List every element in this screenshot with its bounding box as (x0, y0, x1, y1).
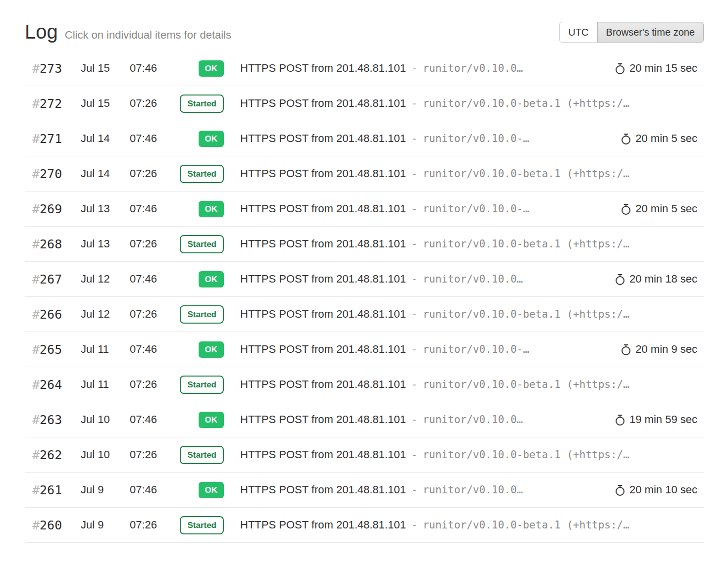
user-agent: runitor/v0.10.0… (423, 273, 523, 285)
status-badge-cell: OK (199, 271, 224, 287)
hash-prefix: # (32, 448, 40, 462)
separator-dash: - (412, 273, 417, 285)
ping-date: Jul 12 (81, 273, 130, 286)
ping-description: HTTPS POST from 201.48.81.101 - runitor/… (224, 413, 603, 426)
ping-description: HTTPS POST from 201.48.81.101 - runitor/… (224, 483, 603, 496)
ping-number: #271 (32, 132, 81, 146)
ping-number-value: 261 (40, 483, 62, 497)
ping-number-value: 268 (40, 237, 62, 251)
separator-dash: - (412, 308, 417, 320)
status-badge: Started (180, 165, 224, 183)
ping-source: HTTPS POST from 201.48.81.101 (240, 62, 406, 75)
log-row[interactable]: #260 Jul 9 07:26 Started HTTPS POST from… (25, 508, 704, 543)
separator-dash: - (412, 62, 417, 74)
hash-prefix: # (32, 413, 40, 427)
ping-description: HTTPS POST from 201.48.81.101 - runitor/… (224, 448, 704, 461)
status-badge: Started (180, 516, 224, 534)
ping-time: 07:26 (130, 167, 168, 180)
log-row[interactable]: #267 Jul 12 07:46 OK HTTPS POST from 201… (25, 262, 704, 297)
ping-time: 07:26 (130, 308, 168, 321)
log-row[interactable]: #272 Jul 15 07:26 Started HTTPS POST fro… (25, 86, 704, 121)
ping-number-value: 267 (40, 272, 62, 286)
page-title: Log (25, 21, 58, 43)
ping-number: #262 (32, 448, 81, 462)
browser-timezone-button[interactable]: Browser's time zone (597, 22, 704, 43)
status-badge: OK (199, 482, 224, 498)
log-row[interactable]: #262 Jul 10 07:26 Started HTTPS POST fro… (25, 437, 704, 473)
log-row[interactable]: #265 Jul 11 07:46 OK HTTPS POST from 201… (25, 332, 704, 367)
ping-time: 07:46 (130, 132, 168, 145)
hash-prefix: # (32, 307, 40, 322)
separator-dash: - (412, 133, 417, 144)
hash-prefix: # (32, 61, 40, 76)
duration: 20 min 9 sec (609, 343, 704, 356)
status-badge: Started (180, 305, 224, 324)
ping-number: #261 (32, 483, 81, 497)
log-row[interactable]: #270 Jul 14 07:26 Started HTTPS POST fro… (25, 156, 704, 191)
ping-date: Jul 10 (81, 413, 130, 426)
ping-source: HTTPS POST from 201.48.81.101 (240, 167, 406, 180)
separator-dash: - (412, 168, 417, 180)
status-badge-cell: Started (180, 376, 224, 394)
log-row[interactable]: #263 Jul 10 07:46 OK HTTPS POST from 201… (25, 402, 704, 437)
log-row[interactable]: #266 Jul 12 07:26 Started HTTPS POST fro… (25, 297, 704, 332)
log-row[interactable]: #273 Jul 15 07:46 OK HTTPS POST from 201… (25, 51, 704, 86)
ping-number-value: 260 (40, 518, 62, 532)
status-badge-cell: Started (180, 305, 224, 324)
status-badge: Started (180, 446, 224, 464)
ping-date: Jul 14 (81, 167, 130, 180)
hash-prefix: # (32, 237, 40, 251)
page-header: Log Click on individual items for detail… (25, 21, 704, 43)
utc-button[interactable]: UTC (559, 22, 597, 43)
ping-source: HTTPS POST from 201.48.81.101 (240, 273, 406, 286)
ping-time: 07:46 (130, 343, 168, 356)
ping-time: 07:26 (130, 238, 168, 250)
log-row[interactable]: #268 Jul 13 07:26 Started HTTPS POST fro… (25, 227, 704, 262)
user-agent: runitor/v0.10.0-beta.1 (+https:/… (423, 379, 629, 390)
duration-text: 19 min 59 sec (629, 413, 697, 426)
duration-text: 20 min 9 sec (635, 343, 697, 356)
user-agent: runitor/v0.10.0-beta.1 (+https:/… (423, 519, 629, 531)
log-row[interactable]: #269 Jul 13 07:46 OK HTTPS POST from 201… (25, 191, 704, 227)
ping-description: HTTPS POST from 201.48.81.101 - runitor/… (224, 62, 603, 75)
ping-number-value: 263 (40, 413, 62, 427)
user-agent: runitor/v0.10.0-… (423, 343, 529, 355)
ping-number: #273 (32, 61, 81, 76)
user-agent: runitor/v0.10.0… (423, 414, 523, 426)
status-badge-cell: OK (199, 482, 224, 498)
ping-date: Jul 11 (81, 378, 130, 391)
stopwatch-icon (621, 343, 631, 356)
status-badge-cell: Started (180, 165, 224, 183)
ping-time: 07:26 (130, 378, 168, 391)
status-badge-cell: OK (199, 131, 224, 147)
ping-time: 07:26 (130, 519, 168, 531)
stopwatch-icon (621, 203, 631, 215)
log-row[interactable]: #264 Jul 11 07:26 Started HTTPS POST fro… (25, 367, 704, 402)
ping-source: HTTPS POST from 201.48.81.101 (240, 483, 406, 496)
ping-date: Jul 13 (81, 202, 130, 215)
duration: 20 min 18 sec (603, 273, 704, 286)
ping-number: #264 (32, 378, 81, 392)
hash-prefix: # (32, 483, 40, 497)
status-badge: OK (199, 131, 224, 147)
log-row[interactable]: #271 Jul 14 07:46 OK HTTPS POST from 201… (25, 121, 704, 156)
ping-date: Jul 9 (81, 519, 130, 531)
hash-prefix: # (32, 167, 40, 181)
duration: 20 min 5 sec (609, 202, 704, 215)
duration-text: 20 min 18 sec (629, 273, 697, 286)
status-badge: OK (199, 271, 224, 287)
ping-description: HTTPS POST from 201.48.81.101 - runitor/… (224, 132, 609, 145)
hash-prefix: # (32, 378, 40, 392)
ping-number: #260 (32, 518, 81, 532)
ping-source: HTTPS POST from 201.48.81.101 (240, 378, 406, 391)
duration: 19 min 59 sec (603, 413, 704, 426)
ping-number: #266 (32, 307, 81, 322)
stopwatch-icon (615, 414, 625, 426)
ping-date: Jul 10 (81, 448, 130, 461)
ping-description: HTTPS POST from 201.48.81.101 - runitor/… (224, 238, 704, 250)
stopwatch-icon (615, 484, 625, 496)
separator-dash: - (412, 343, 417, 355)
log-row[interactable]: #261 Jul 9 07:46 OK HTTPS POST from 201.… (25, 473, 704, 508)
ping-number: #263 (32, 413, 81, 427)
user-agent: runitor/v0.10.0-… (423, 203, 529, 215)
